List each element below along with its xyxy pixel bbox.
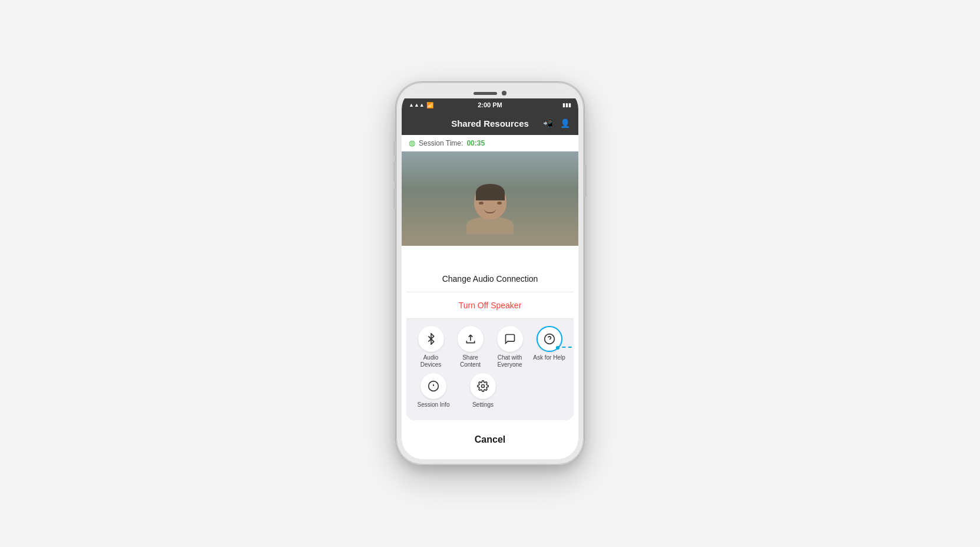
volume-down-button — [393, 162, 396, 182]
ask-for-help-item[interactable]: Ask for Help Ask for help — [532, 326, 567, 368]
screen: ▲▲▲ 📶 2:00 PM ▮▮▮ Shared Resources 📲 👤 — [402, 98, 578, 459]
status-bar: ▲▲▲ 📶 2:00 PM ▮▮▮ — [402, 98, 578, 111]
wifi-icon: 📶 — [426, 102, 433, 108]
status-right: ▮▮▮ — [562, 102, 571, 108]
turn-off-speaker-button[interactable]: Turn Off Speaker — [406, 292, 574, 319]
phone-shell: ▲▲▲ 📶 2:00 PM ▮▮▮ Shared Resources 📲 👤 — [396, 82, 584, 465]
bluetooth-icon — [425, 333, 437, 345]
settings-item[interactable]: Settings — [465, 373, 501, 408]
signal-icon: ▲▲▲ — [409, 102, 425, 108]
video-area — [402, 151, 578, 246]
audio-devices-label: AudioDevices — [421, 354, 442, 368]
change-audio-button[interactable]: Change Audio Connection — [406, 266, 574, 292]
audio-devices-icon-circle — [418, 326, 444, 352]
status-time: 2:00 PM — [478, 101, 502, 108]
nav-title: Shared Resources — [451, 118, 529, 128]
phone-notch — [402, 88, 578, 98]
ask-for-help-label: Ask for Help — [533, 354, 565, 361]
power-button — [584, 164, 587, 197]
session-info-label: Session Info — [417, 401, 449, 408]
settings-icon-circle — [470, 373, 496, 399]
scene: ▲▲▲ 📶 2:00 PM ▮▮▮ Shared Resources 📲 👤 — [0, 0, 980, 547]
share-icon — [465, 333, 476, 345]
chat-icon-circle — [497, 326, 523, 352]
ask-for-help-icon-circle — [537, 326, 562, 352]
settings-label: Settings — [472, 401, 494, 408]
navigation-bar: Shared Resources 📲 👤 — [402, 111, 578, 135]
gear-icon — [477, 380, 489, 392]
session-info-icon-circle — [421, 373, 446, 399]
cancel-button[interactable]: Cancel — [406, 425, 574, 454]
clock-icon: ◍ — [409, 139, 415, 147]
help-icon — [544, 333, 555, 345]
front-camera — [502, 91, 506, 95]
overlay — [402, 151, 578, 246]
profile-icon[interactable]: 👤 — [560, 118, 570, 128]
status-left: ▲▲▲ 📶 — [409, 102, 433, 108]
share-content-label: ShareContent — [460, 354, 481, 368]
icon-row-2: Session Info — [411, 373, 569, 408]
session-time-value: 00:35 — [466, 139, 485, 147]
session-time-label: Session Time: — [419, 139, 463, 147]
chat-everyone-item[interactable]: Chat withEveryone — [492, 326, 528, 368]
battery-icon: ▮▮▮ — [562, 102, 571, 108]
svg-point-6 — [482, 385, 485, 388]
earpiece — [474, 92, 497, 95]
session-info-item[interactable]: Session Info — [416, 373, 451, 408]
icon-row-1: AudioDevices — [411, 326, 569, 368]
chat-everyone-label: Chat withEveryone — [497, 354, 522, 368]
session-time-bar: ◍ Session Time: 00:35 — [402, 135, 578, 151]
mute-button — [393, 188, 396, 209]
share-content-icon-circle — [458, 326, 484, 352]
nav-icons: 📲 👤 — [543, 118, 570, 128]
phone-inner: ▲▲▲ 📶 2:00 PM ▮▮▮ Shared Resources 📲 👤 — [402, 88, 578, 459]
volume-up-button — [393, 141, 396, 156]
share-content-item[interactable]: ShareContent — [453, 326, 488, 368]
chat-icon — [504, 333, 516, 345]
icon-grid: AudioDevices — [406, 319, 574, 420]
action-sheet-main: Change Audio Connection Turn Off Speaker — [406, 266, 574, 420]
info-icon — [428, 380, 439, 392]
bluetooth-icon[interactable]: 📲 — [543, 118, 553, 128]
action-sheet: Change Audio Connection Turn Off Speaker — [402, 261, 578, 459]
audio-devices-item[interactable]: AudioDevices — [413, 326, 449, 368]
